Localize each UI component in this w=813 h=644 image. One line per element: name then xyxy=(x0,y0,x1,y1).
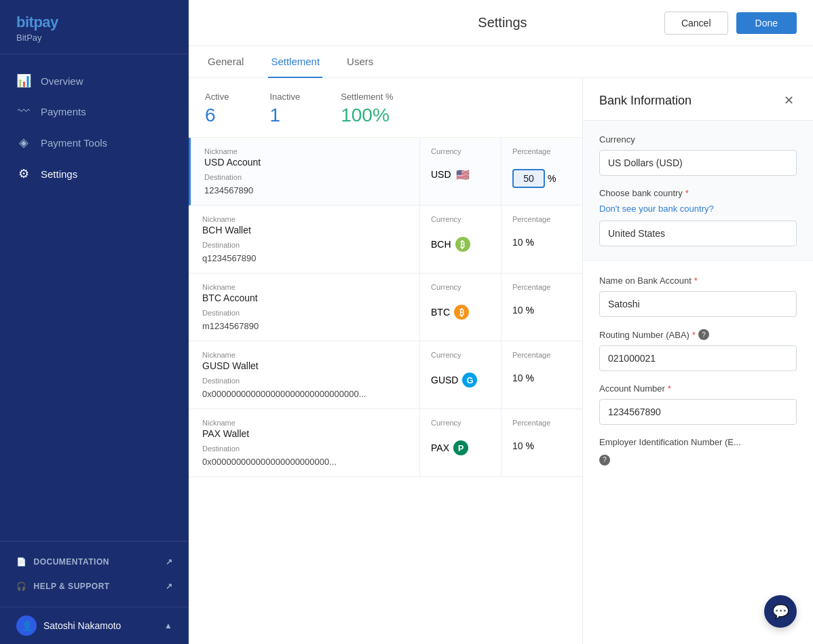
name-form-label: Name on Bank Account * xyxy=(599,276,797,286)
nickname-label: Nickname xyxy=(202,283,406,291)
bank-account-section: Name on Bank Account * Routing Number (A… xyxy=(583,262,813,479)
payment-tools-icon: ◈ xyxy=(16,135,31,150)
currency-label: Currency xyxy=(431,419,490,427)
destination-label: Destination xyxy=(202,309,406,317)
btc-icon: ₿ xyxy=(454,305,469,320)
page-title: Settings xyxy=(341,15,664,31)
currency-label: Currency xyxy=(431,147,490,155)
help-support-link[interactable]: 🎧 HELP & SUPPORT ↗ xyxy=(0,574,189,599)
percentage-value: 10 % xyxy=(512,373,571,383)
percentage-input[interactable] xyxy=(512,169,545,188)
content-area: Active 6 Inactive 1 Settlement % 100% Ni… xyxy=(189,78,813,644)
overview-icon: 📊 xyxy=(16,73,31,88)
percent-sign: % xyxy=(548,173,556,184)
table-row[interactable]: Nickname BCH Wallet Destination q1234567… xyxy=(189,206,582,273)
main-content: Settings Cancel Done General Settlement … xyxy=(189,0,813,644)
account-currency: Currency PAX P xyxy=(419,409,501,476)
bank-country-input[interactable] xyxy=(599,221,797,246)
nickname-label: Nickname xyxy=(204,147,406,155)
percentage-text: 10 xyxy=(512,237,523,248)
account-percentage: Percentage 10 % xyxy=(501,409,582,476)
currency-text: BTC xyxy=(431,307,450,318)
currency-text: PAX xyxy=(431,442,449,453)
bank-info-panel: Bank Information ✕ Currency Choose bank … xyxy=(582,78,813,644)
stat-settlement: Settlement % 100% xyxy=(341,92,393,126)
chat-bubble-button[interactable]: 💬 xyxy=(764,595,797,628)
nickname-value: GUSD Wallet xyxy=(202,360,406,371)
percentage-value: 10 % xyxy=(512,305,571,316)
bch-icon: ₿ xyxy=(455,237,470,252)
percent-sign: % xyxy=(526,440,534,451)
settlement-panel: Active 6 Inactive 1 Settlement % 100% Ni… xyxy=(189,78,582,644)
ein-field-group: Employer Identification Number (E... ? xyxy=(599,437,797,466)
account-percentage: Percentage 10 % xyxy=(501,273,582,341)
user-row[interactable]: 👤 Satoshi Nakamoto ▲ xyxy=(0,607,189,644)
sidebar-item-label: Payments xyxy=(41,106,86,117)
account-currency: Currency USD 🇺🇸 xyxy=(419,138,501,205)
tab-settlement[interactable]: Settlement xyxy=(268,46,322,78)
currency-value: USD 🇺🇸 xyxy=(431,169,490,180)
sidebar-logo: bitpay BitPay xyxy=(0,0,189,54)
tab-users[interactable]: Users xyxy=(344,46,376,78)
currency-form-label: Currency xyxy=(599,134,797,145)
percentage-text: 10 xyxy=(512,373,523,383)
account-info: Nickname BTC Account Destination m123456… xyxy=(189,273,419,341)
nickname-label: Nickname xyxy=(202,215,406,223)
header-actions: Cancel Done xyxy=(664,12,797,35)
nickname-label: Nickname xyxy=(202,351,406,359)
sidebar-item-payments[interactable]: 〰 Payments xyxy=(0,96,189,127)
routing-help-icon[interactable]: ? xyxy=(698,329,709,340)
ein-label: Employer Identification Number (E... xyxy=(599,437,797,447)
destination-value: q1234567890 xyxy=(202,253,406,263)
destination-label: Destination xyxy=(204,173,406,181)
account-number-input[interactable] xyxy=(599,399,797,425)
account-list: Nickname USD Account Destination 1234567… xyxy=(189,138,582,477)
settings-icon: ⚙ xyxy=(16,166,31,181)
documentation-label: DOCUMENTATION xyxy=(34,557,109,567)
account-percentage: Percentage 10 % xyxy=(501,341,582,409)
sidebar-item-payment-tools[interactable]: ◈ Payment Tools xyxy=(0,127,189,158)
active-label: Active xyxy=(205,92,229,102)
required-indicator-name: * xyxy=(694,276,698,286)
sidebar-item-overview[interactable]: 📊 Overview xyxy=(0,65,189,96)
settlement-value: 100% xyxy=(341,105,393,126)
table-row[interactable]: Nickname USD Account Destination 1234567… xyxy=(189,138,582,206)
percentage-label: Percentage xyxy=(512,147,571,155)
percentage-value: 10 % xyxy=(512,237,571,248)
destination-value: 1234567890 xyxy=(204,185,406,195)
currency-input[interactable] xyxy=(599,150,797,176)
nickname-value: USD Account xyxy=(204,157,406,168)
close-button[interactable]: ✕ xyxy=(781,92,797,109)
bank-country-link[interactable]: Don't see your bank country? xyxy=(599,204,797,214)
payments-icon: 〰 xyxy=(16,105,31,119)
percentage-value: % xyxy=(512,169,571,188)
help-label: HELP & SUPPORT xyxy=(34,582,110,591)
percent-sign: % xyxy=(526,305,534,316)
percentage-label: Percentage xyxy=(512,419,571,427)
external-link-icon: ↗ xyxy=(166,557,173,567)
external-link-icon-2: ↗ xyxy=(166,582,173,591)
percentage-label: Percentage xyxy=(512,351,571,359)
percent-sign: % xyxy=(526,237,534,248)
table-row[interactable]: Nickname BTC Account Destination m123456… xyxy=(189,273,582,341)
currency-text: USD xyxy=(431,169,451,180)
table-row[interactable]: Nickname GUSD Wallet Destination 0x00000… xyxy=(189,341,582,409)
sidebar-item-label: Overview xyxy=(41,75,83,87)
stat-inactive: Inactive 1 xyxy=(269,92,300,126)
routing-input[interactable] xyxy=(599,345,797,371)
sidebar-bottom: 📄 DOCUMENTATION ↗ 🎧 HELP & SUPPORT ↗ xyxy=(0,541,189,607)
currency-value: GUSD G xyxy=(431,373,490,387)
cancel-button[interactable]: Cancel xyxy=(664,12,728,35)
nickname-value: BCH Wallet xyxy=(202,225,406,235)
user-name: Satoshi Nakamoto xyxy=(43,620,121,631)
name-field-group: Name on Bank Account * xyxy=(599,276,797,317)
tab-general[interactable]: General xyxy=(205,46,246,78)
account-percentage: Percentage % xyxy=(501,138,582,205)
done-button[interactable]: Done xyxy=(736,12,797,34)
currency-section: Currency Choose bank country * Don't see… xyxy=(583,120,813,261)
table-row[interactable]: Nickname PAX Wallet Destination 0x000000… xyxy=(189,409,582,477)
ein-help-icon[interactable]: ? xyxy=(599,455,610,466)
sidebar-item-settings[interactable]: ⚙ Settings xyxy=(0,158,189,189)
name-input[interactable] xyxy=(599,291,797,317)
documentation-link[interactable]: 📄 DOCUMENTATION ↗ xyxy=(0,550,189,574)
